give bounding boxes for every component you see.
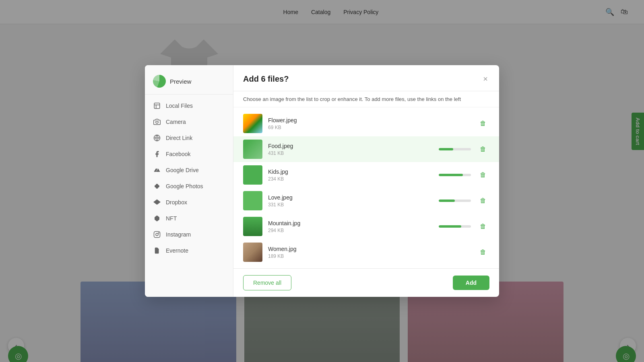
sidebar-title: Preview <box>170 78 191 85</box>
sidebar-item-camera[interactable]: Camera <box>145 114 233 130</box>
svg-point-8 <box>156 184 158 186</box>
file-item-women[interactable]: Women.jpg 189 KB 🗑 <box>233 239 499 265</box>
file-name-love: Love.jpeg <box>268 194 433 201</box>
file-list: Flower.jpeg 69 KB 🗑 Food.jpeg 431 KB <box>233 107 499 268</box>
sidebar-local-files-label: Local Files <box>166 103 193 109</box>
delete-button-women[interactable]: 🗑 <box>477 247 489 257</box>
file-thumb-love <box>243 191 262 210</box>
file-name-flower: Flower.jpeg <box>268 117 471 123</box>
file-size-love: 331 KB <box>268 202 433 208</box>
file-name-food: Food.jpeg <box>268 143 433 149</box>
modal-subtitle: Choose an image from the list to crop or… <box>233 91 499 107</box>
sidebar-item-direct-link[interactable]: Direct Link <box>145 130 233 146</box>
progress-bar-food <box>439 148 471 150</box>
file-info-food: Food.jpeg 431 KB <box>268 143 433 156</box>
file-progress-kids <box>439 174 471 176</box>
progress-fill-kids <box>439 174 463 176</box>
progress-fill-love <box>439 200 455 202</box>
local-files-icon <box>153 102 161 110</box>
delete-button-flower[interactable]: 🗑 <box>477 118 489 129</box>
sidebar-item-instagram[interactable]: Instagram <box>145 226 233 243</box>
delete-button-mountain[interactable]: 🗑 <box>477 221 489 232</box>
file-progress-love <box>439 200 471 202</box>
file-size-kids: 234 KB <box>268 176 433 182</box>
file-size-food: 431 KB <box>268 150 433 156</box>
file-size-women: 189 KB <box>268 253 471 259</box>
file-info-love: Love.jpeg 331 KB <box>268 194 433 208</box>
modal-header: Add 6 files? × <box>233 65 499 91</box>
progress-fill-mountain <box>439 225 461 228</box>
delete-button-kids[interactable]: 🗑 <box>477 170 489 180</box>
nft-icon <box>153 214 161 222</box>
modal-footer: Remove all Add <box>233 268 499 297</box>
file-info-kids: Kids.jpg 234 KB <box>268 169 433 182</box>
svg-rect-0 <box>154 103 160 109</box>
sidebar-facebook-label: Facebook <box>166 151 190 157</box>
file-item-mountain[interactable]: Mountain.jpg 294 KB 🗑 <box>233 214 499 239</box>
file-item-love[interactable]: Love.jpeg 331 KB 🗑 <box>233 188 499 214</box>
modal-close-button[interactable]: × <box>481 73 489 84</box>
file-size-mountain: 294 KB <box>268 228 433 233</box>
file-thumb-flower <box>243 114 262 133</box>
sidebar-item-facebook[interactable]: Facebook <box>145 146 233 162</box>
file-info-mountain: Mountain.jpg 294 KB <box>268 220 433 233</box>
svg-point-3 <box>156 121 158 123</box>
file-name-mountain: Mountain.jpg <box>268 220 433 226</box>
sidebar-item-nft[interactable]: NFT <box>145 210 233 226</box>
file-item-kids[interactable]: Kids.jpg 234 KB 🗑 <box>233 162 499 188</box>
upload-sidebar: Preview Local Files Camera <box>145 65 233 297</box>
progress-bar-mountain <box>439 225 471 228</box>
svg-marker-10 <box>155 216 159 222</box>
svg-point-9 <box>156 186 158 189</box>
sidebar-direct-link-label: Direct Link <box>166 135 192 141</box>
svg-rect-11 <box>154 232 160 238</box>
preview-logo <box>153 75 166 88</box>
dropbox-icon <box>153 198 161 206</box>
modal-overlay: Preview Local Files Camera <box>0 0 644 362</box>
file-info-flower: Flower.jpeg 69 KB <box>268 117 471 130</box>
evernote-icon <box>153 247 161 255</box>
file-thumb-kids <box>243 165 262 185</box>
sidebar-item-evernote[interactable]: Evernote <box>145 243 233 259</box>
file-thumb-mountain <box>243 217 262 236</box>
file-name-women: Women.jpg <box>268 246 471 252</box>
sidebar-google-drive-label: Google Drive <box>166 167 199 173</box>
sidebar-instagram-label: Instagram <box>166 231 191 238</box>
direct-link-icon <box>153 134 161 142</box>
sidebar-header: Preview <box>145 72 233 95</box>
progress-fill-food <box>439 148 453 150</box>
file-thumb-food <box>243 140 262 159</box>
sidebar-evernote-label: Evernote <box>166 247 188 254</box>
upload-modal: Preview Local Files Camera <box>145 65 499 297</box>
file-thumb-women <box>243 243 262 262</box>
file-info-women: Women.jpg 189 KB <box>268 246 471 259</box>
remove-all-button[interactable]: Remove all <box>243 275 291 290</box>
sidebar-item-google-drive[interactable]: Google Drive <box>145 162 233 178</box>
modal-title: Add 6 files? <box>243 74 289 84</box>
file-size-flower: 69 KB <box>268 125 471 130</box>
file-item-flower[interactable]: Flower.jpeg 69 KB 🗑 <box>233 111 499 136</box>
sidebar-google-photos-label: Google Photos <box>166 183 203 189</box>
instagram-icon <box>153 230 161 239</box>
camera-icon <box>153 118 161 126</box>
sidebar-camera-label: Camera <box>166 119 186 125</box>
file-item-food[interactable]: Food.jpeg 431 KB 🗑 <box>233 136 499 162</box>
delete-button-food[interactable]: 🗑 <box>477 144 489 154</box>
add-button[interactable]: Add <box>453 276 489 290</box>
sidebar-item-google-photos[interactable]: Google Photos <box>145 178 233 194</box>
sidebar-item-local-files[interactable]: Local Files <box>145 98 233 114</box>
facebook-icon <box>153 150 161 158</box>
delete-button-love[interactable]: 🗑 <box>477 195 489 206</box>
file-name-kids: Kids.jpg <box>268 169 433 175</box>
progress-bar-kids <box>439 174 471 176</box>
file-progress-food <box>439 148 471 150</box>
svg-point-12 <box>156 233 158 236</box>
google-photos-icon <box>153 182 161 190</box>
sidebar-nft-label: NFT <box>166 215 177 222</box>
file-progress-mountain <box>439 225 471 228</box>
modal-main-content: Add 6 files? × Choose an image from the … <box>233 65 499 297</box>
progress-bar-love <box>439 200 471 202</box>
sidebar-item-dropbox[interactable]: Dropbox <box>145 194 233 210</box>
sidebar-dropbox-label: Dropbox <box>166 199 187 206</box>
svg-point-13 <box>158 232 159 233</box>
